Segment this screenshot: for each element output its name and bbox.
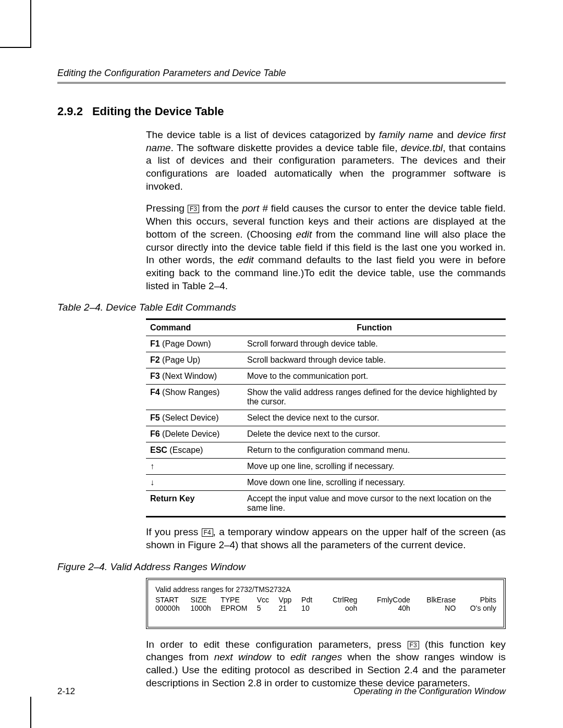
- keycap-f4-icon: F4: [202, 528, 213, 537]
- ranges-cell: Pdt: [301, 596, 324, 604]
- section-heading: 2.9.2Editing the Device Table: [57, 105, 506, 118]
- command-cell: F6 (Delete Device): [146, 426, 243, 442]
- section-title: Editing the Device Table: [92, 105, 224, 118]
- function-cell: Select the device next to the cursor.: [243, 410, 506, 426]
- section-number: 2.9.2: [57, 105, 83, 118]
- ranges-cell: FmlyCode: [366, 596, 419, 604]
- table-row: Return KeyAccept the input value and mov…: [146, 491, 506, 517]
- function-cell: Scroll backward through device table.: [243, 352, 506, 368]
- ranges-cell: SIZE: [191, 596, 221, 604]
- command-cell: Return Key: [146, 491, 243, 517]
- col-function: Function: [243, 319, 506, 336]
- command-cell: F3 (Next Window): [146, 368, 243, 385]
- function-cell: Accept the input value and move cursor t…: [243, 491, 506, 517]
- figure-wrapper: Valid address ranges for 2732/TMS2732A S…: [146, 578, 506, 690]
- ranges-cell: Vcc: [257, 596, 279, 604]
- ranges-window: Valid address ranges for 2732/TMS2732A S…: [146, 578, 506, 629]
- ranges-header-row: STARTSIZETYPEVccVppPdtCtrlRegFmlyCodeBlk…: [155, 596, 496, 604]
- table-row: F6 (Delete Device)Delete the device next…: [146, 426, 506, 442]
- table-wrapper: Command Function F1 (Page Down)Scroll fo…: [146, 318, 506, 551]
- ranges-cell: NO: [420, 604, 466, 612]
- table-row: ↑Move up one line, scrolling if necessar…: [146, 459, 506, 475]
- command-cell: F1 (Page Down): [146, 336, 243, 352]
- command-cell: ↑: [146, 459, 243, 475]
- ranges-cell: ooh: [324, 604, 367, 612]
- page-footer: 2-12 Operating in the Configuration Wind…: [57, 686, 506, 697]
- table-row: ↓Move down one line, scrolling if necess…: [146, 475, 506, 491]
- ranges-cell: 1000h: [191, 604, 221, 612]
- ranges-cell: 10: [301, 604, 324, 612]
- ranges-cell: 5: [257, 604, 279, 612]
- crop-mark: [30, 697, 31, 728]
- paragraph: The device table is a list of devices ca…: [146, 129, 506, 193]
- col-command: Command: [146, 319, 243, 336]
- paragraph: Pressing F3 from the port # field causes…: [146, 202, 506, 292]
- crop-mark: [0, 47, 31, 48]
- ranges-cell: TYPE: [221, 596, 257, 604]
- ranges-cell: CtrlReg: [324, 596, 367, 604]
- function-cell: Return to the configuration command menu…: [243, 442, 506, 459]
- ranges-cell: START: [155, 596, 191, 604]
- ranges-title: Valid address ranges for 2732/TMS2732A: [155, 585, 496, 594]
- footer-title: Operating in the Configuration Window: [353, 686, 506, 697]
- table-row: ESC (Escape)Return to the configuration …: [146, 442, 506, 459]
- function-cell: Scroll forward through device table.: [243, 336, 506, 352]
- table-row: F1 (Page Down)Scroll forward through dev…: [146, 336, 506, 352]
- function-cell: Show the valid address ranges defined fo…: [243, 385, 506, 410]
- page: Editing the Configuration Parameters and…: [0, 0, 563, 728]
- ranges-cell: Pbits: [465, 596, 496, 604]
- command-cell: F2 (Page Up): [146, 352, 243, 368]
- crop-mark: [30, 0, 31, 48]
- ranges-cell: BlkErase: [420, 596, 466, 604]
- function-cell: Delete the device next to the cursor.: [243, 426, 506, 442]
- keycap-f3-icon: F3: [188, 205, 199, 213]
- command-cell: ↓: [146, 475, 243, 491]
- page-number: 2-12: [57, 686, 75, 697]
- ranges-cell: 00000h: [155, 604, 191, 612]
- table-row: F3 (Next Window)Move to the communicatio…: [146, 368, 506, 385]
- body-column: The device table is a list of devices ca…: [146, 129, 506, 292]
- ranges-cell: Vpp: [278, 596, 301, 604]
- table-header-row: Command Function: [146, 319, 506, 336]
- command-cell: F4 (Show Ranges): [146, 385, 243, 410]
- ranges-cell: EPROM: [221, 604, 257, 612]
- table-row: F5 (Select Device)Select the device next…: [146, 410, 506, 426]
- paragraph: In order to edit these configuration par…: [146, 638, 506, 690]
- function-cell: Move to the communication port.: [243, 368, 506, 385]
- function-cell: Move up one line, scrolling if necessary…: [243, 459, 506, 475]
- commands-table: Command Function F1 (Page Down)Scroll fo…: [146, 318, 506, 517]
- ranges-cell: 21: [278, 604, 301, 612]
- paragraph: If you press F4, a temporary window appe…: [146, 526, 506, 551]
- table-caption: Table 2–4. Device Table Edit Commands: [57, 302, 506, 313]
- ranges-cell: O's only: [465, 604, 496, 612]
- table-row: F2 (Page Up)Scroll backward through devi…: [146, 352, 506, 368]
- function-cell: Move down one line, scrolling if necessa…: [243, 475, 506, 491]
- ranges-cell: 40h: [366, 604, 419, 612]
- keycap-f3-icon: F3: [408, 641, 419, 649]
- command-cell: F5 (Select Device): [146, 410, 243, 426]
- command-cell: ESC (Escape): [146, 442, 243, 459]
- ranges-data-row: 00000h1000hEPROM52110ooh40hNOO's only: [155, 604, 496, 612]
- figure-caption: Figure 2–4. Valid Address Ranges Window: [57, 561, 506, 573]
- running-head: Editing the Configuration Parameters and…: [57, 68, 506, 84]
- table-row: F4 (Show Ranges)Show the valid address r…: [146, 385, 506, 410]
